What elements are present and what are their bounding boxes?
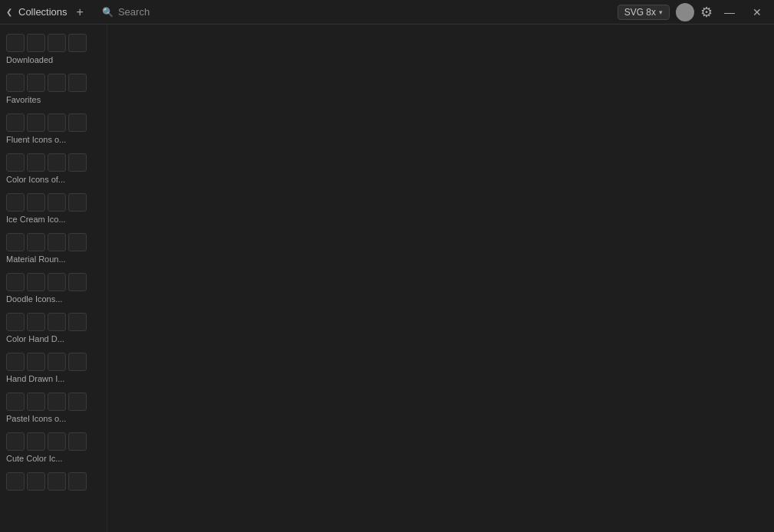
chevron-down-icon: ▾: [659, 8, 663, 16]
list-item[interactable]: Favorites: [0, 69, 107, 109]
icon-placeholder: [6, 273, 25, 291]
icon-placeholder: [27, 353, 45, 371]
collection-label: Color Hand D...: [6, 334, 100, 343]
icon-placeholder: [27, 392, 45, 411]
icon-placeholder: [27, 74, 45, 92]
icon-placeholder: [68, 74, 87, 92]
icon-grid: [6, 113, 100, 132]
close-button[interactable]: ✕: [746, 2, 768, 23]
icon-placeholder: [27, 34, 45, 52]
icon-grid: [6, 34, 100, 52]
icon-placeholder: [6, 313, 25, 331]
search-area: 🔍: [102, 6, 602, 18]
list-item[interactable]: Pastel Icons o...: [0, 388, 107, 428]
list-item[interactable]: Color Hand D...: [0, 308, 107, 348]
icon-grid: [6, 193, 100, 212]
icon-placeholder: [68, 233, 87, 251]
icon-placeholder: [68, 353, 87, 371]
icon-placeholder: [48, 74, 66, 92]
icon-placeholder: [6, 34, 25, 52]
icon-placeholder: [27, 273, 45, 291]
add-collection-button[interactable]: +: [74, 6, 87, 18]
title-bar-title: Collections: [18, 6, 68, 18]
list-item[interactable]: Doodle Icons...: [0, 268, 107, 308]
icon-placeholder: [6, 472, 25, 491]
collection-label: Favorites: [6, 95, 100, 104]
chevron-icon[interactable]: ❮: [6, 8, 12, 16]
icon-grid: [6, 432, 100, 451]
minimize-button[interactable]: —: [719, 2, 740, 23]
search-icon: 🔍: [102, 7, 114, 18]
icon-placeholder: [6, 233, 25, 251]
list-item[interactable]: Downloaded: [0, 29, 107, 69]
icon-placeholder: [48, 353, 66, 371]
icon-placeholder: [48, 432, 66, 451]
icon-placeholder: [48, 472, 66, 491]
svg-format-selector[interactable]: SVG 8x ▾: [618, 5, 670, 20]
icon-grid: [6, 153, 100, 172]
theme-toggle[interactable]: [676, 3, 694, 21]
icon-placeholder: [6, 74, 25, 92]
icon-placeholder: [68, 313, 87, 331]
icon-placeholder: [68, 34, 87, 52]
icon-placeholder: [68, 392, 87, 411]
icon-placeholder: [6, 392, 25, 411]
collection-label: Ice Cream Ico...: [6, 215, 100, 224]
icon-placeholder: [27, 193, 45, 212]
icon-placeholder: [48, 193, 66, 212]
title-bar: ❮ Collections + 🔍 SVG 8x ▾ ⚙ — ✕: [0, 0, 774, 25]
collection-label: Hand Drawn I...: [6, 374, 100, 383]
sidebar: DownloadedFavoritesFluent Icons o...Colo…: [0, 25, 107, 532]
icon-grid: [6, 353, 100, 371]
icon-placeholder: [27, 113, 45, 132]
list-item[interactable]: Color Icons of...: [0, 149, 107, 189]
icon-placeholder: [68, 193, 87, 212]
list-item[interactable]: Cute Color Ic...: [0, 428, 107, 468]
icon-placeholder: [27, 233, 45, 251]
list-item[interactable]: Hand Drawn I...: [0, 348, 107, 388]
icon-placeholder: [6, 153, 25, 172]
icon-placeholder: [68, 432, 87, 451]
icon-placeholder: [48, 153, 66, 172]
main-area: [107, 25, 774, 532]
icon-placeholder: [6, 193, 25, 212]
main-content: DownloadedFavoritesFluent Icons o...Colo…: [0, 25, 774, 532]
search-input[interactable]: [118, 6, 272, 18]
collection-label: Doodle Icons...: [6, 294, 100, 304]
icon-placeholder: [68, 472, 87, 491]
list-item[interactable]: [0, 468, 107, 498]
icon-placeholder: [27, 153, 45, 172]
icon-placeholder: [48, 392, 66, 411]
icon-grid: [6, 273, 100, 291]
icon-placeholder: [27, 472, 45, 491]
title-bar-left: ❮ Collections +: [6, 6, 87, 18]
list-item[interactable]: Material Roun...: [0, 228, 107, 268]
icon-grid: [6, 233, 100, 251]
list-item[interactable]: Fluent Icons o...: [0, 109, 107, 149]
collection-label: Pastel Icons o...: [6, 414, 100, 423]
icon-grid: [6, 313, 100, 331]
collection-label: Fluent Icons o...: [6, 135, 100, 144]
collection-label: Downloaded: [6, 55, 100, 64]
settings-icon[interactable]: ⚙: [700, 4, 713, 21]
collection-label: Cute Color Ic...: [6, 454, 100, 463]
icon-placeholder: [48, 233, 66, 251]
icon-grid: [6, 472, 100, 491]
icon-placeholder: [48, 34, 66, 52]
title-bar-right: SVG 8x ▾ ⚙ — ✕: [618, 2, 768, 23]
collection-label: Material Roun...: [6, 255, 100, 264]
icon-grid: [6, 392, 100, 411]
list-item[interactable]: Ice Cream Ico...: [0, 189, 107, 228]
icon-placeholder: [48, 273, 66, 291]
icon-placeholder: [68, 153, 87, 172]
icon-placeholder: [48, 313, 66, 331]
icon-placeholder: [6, 353, 25, 371]
icon-placeholder: [6, 113, 25, 132]
icon-placeholder: [68, 273, 87, 291]
icon-placeholder: [27, 432, 45, 451]
icon-placeholder: [6, 432, 25, 451]
icon-placeholder: [27, 313, 45, 331]
collection-label: Color Icons of...: [6, 175, 100, 184]
icon-placeholder: [68, 113, 87, 132]
svg-badge-label: SVG 8x: [624, 7, 656, 18]
